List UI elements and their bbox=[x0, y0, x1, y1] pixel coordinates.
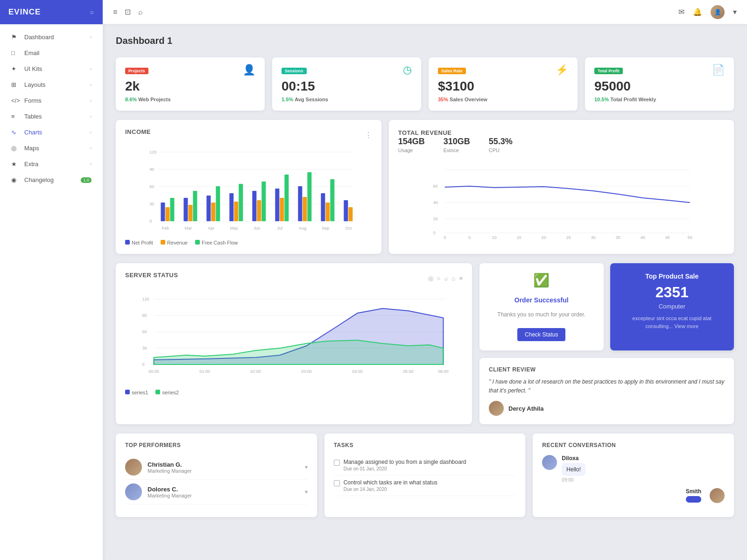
profit-subtext: Total Profit Weekly bbox=[610, 97, 656, 102]
series1-label: series1 bbox=[132, 390, 148, 395]
server-status-title: SERVER STATUS bbox=[125, 272, 178, 279]
search-icon[interactable]: ⌕ bbox=[138, 8, 143, 16]
svg-text:120: 120 bbox=[142, 297, 149, 301]
sidebar-item-changelog[interactable]: ◉ Changelog 1.0 bbox=[3, 172, 100, 188]
sidebar-toggle-icon[interactable]: ○ bbox=[90, 8, 94, 16]
performer-name: Christian G. bbox=[148, 461, 192, 468]
reviewer: Dercy Athila bbox=[489, 401, 725, 416]
svg-rect-29 bbox=[303, 197, 307, 221]
conv-avatar bbox=[542, 455, 557, 470]
sidebar-header: EVINCE ○ bbox=[0, 0, 103, 24]
order-card: ✅ Order Successful Thanks you so much fo… bbox=[479, 263, 604, 350]
performer-arrow[interactable]: ▾ bbox=[305, 489, 308, 495]
chevron-icon: ‹ bbox=[90, 35, 92, 40]
top-product-category: Computer bbox=[620, 303, 725, 310]
sidebar-item-charts[interactable]: ∿ Charts ‹ bbox=[3, 125, 100, 140]
menu-dots-icon[interactable]: ≡ bbox=[459, 275, 463, 282]
mail-icon[interactable]: ✉ bbox=[678, 7, 684, 16]
check-status-button[interactable]: Check Status bbox=[517, 328, 565, 341]
chevron-icon: ‹ bbox=[90, 146, 92, 151]
sidebar-item-extra[interactable]: ★ Extra ‹ bbox=[3, 156, 100, 172]
svg-text:120: 120 bbox=[149, 150, 156, 154]
series2-label: series2 bbox=[162, 390, 178, 395]
sidebar-item-tables[interactable]: ≡ Tables ‹ bbox=[3, 109, 100, 124]
svg-rect-15 bbox=[193, 191, 197, 221]
svg-rect-35 bbox=[348, 207, 352, 221]
svg-text:May: May bbox=[230, 226, 239, 231]
profit-badge: Total Profit bbox=[594, 68, 623, 74]
task-checkbox[interactable] bbox=[334, 480, 340, 486]
revenue-dot bbox=[161, 240, 165, 245]
svg-text:Feb: Feb bbox=[162, 226, 169, 231]
target-icon[interactable]: ◎ bbox=[428, 275, 433, 282]
svg-text:0: 0 bbox=[444, 235, 446, 240]
conv-avatar-right bbox=[710, 488, 725, 503]
user-dropdown-icon[interactable]: ▾ bbox=[733, 7, 737, 16]
svg-rect-24 bbox=[261, 182, 266, 221]
reviewer-avatar bbox=[489, 401, 504, 416]
stat-cards-row: Projects 👤 2k 8.6% Web Projects Sessions… bbox=[116, 57, 734, 111]
topbar-left-icons: ≡ ⊡ ⌕ bbox=[113, 7, 143, 16]
svg-rect-34 bbox=[344, 200, 348, 221]
conv-name: Smith bbox=[686, 488, 701, 495]
expand-icon[interactable]: ⊡ bbox=[125, 7, 131, 16]
tables-icon: ≡ bbox=[11, 113, 20, 120]
chevron-icon: ‹ bbox=[90, 161, 92, 167]
profit-sub: 10.5% Total Profit Weekly bbox=[594, 97, 725, 102]
sidebar-item-uikits[interactable]: ✦ UI Kits ‹ bbox=[3, 61, 100, 77]
svg-text:60: 60 bbox=[149, 184, 154, 189]
sales-subtext: Sales Overview bbox=[450, 97, 487, 102]
user-avatar[interactable]: 👤 bbox=[711, 5, 725, 19]
svg-rect-30 bbox=[307, 172, 311, 221]
menu-icon[interactable]: ≡ bbox=[113, 8, 117, 16]
projects-icon: 👤 bbox=[243, 64, 255, 76]
performer-avatar bbox=[125, 483, 142, 500]
topbar-right: ✉ 🔔 👤 ▾ bbox=[678, 5, 737, 19]
income-bar-chart: 120 90 60 30 0 bbox=[125, 147, 372, 235]
dashboard-icon: ⚑ bbox=[11, 34, 20, 41]
sidebar-item-dashboard[interactable]: ⚑ Dashboard ‹ bbox=[3, 29, 100, 45]
task-checkbox[interactable] bbox=[334, 460, 340, 466]
sales-sub: 35% Sales Overview bbox=[438, 97, 568, 102]
bell-icon[interactable]: 🔔 bbox=[693, 7, 702, 16]
projects-subtext: Web Projects bbox=[138, 97, 171, 102]
stat-card-sales: Sales Rate ⚡ $3100 35% Sales Overview bbox=[429, 57, 578, 111]
sidebar-item-maps[interactable]: ◎ Maps ‹ bbox=[3, 140, 100, 156]
zoom-icon[interactable]: ⌕ bbox=[444, 275, 448, 282]
conv-name: Diloxa bbox=[562, 455, 585, 462]
changelog-badge: 1.0 bbox=[81, 177, 92, 183]
conversation-item: Smith bbox=[542, 488, 725, 503]
top-product-card: Top Product Sale 2351 Computer excepteur… bbox=[610, 263, 734, 350]
svg-rect-31 bbox=[321, 193, 325, 221]
sessions-value: 00:15 bbox=[282, 79, 412, 94]
svg-text:Aug: Aug bbox=[299, 226, 306, 231]
top-product-title: Top Product Sale bbox=[620, 273, 725, 280]
sidebar-item-layouts[interactable]: ⊞ Layouts ‹ bbox=[3, 77, 100, 92]
home-icon[interactable]: ⌂ bbox=[452, 275, 456, 282]
sidebar-item-label: UI Kits bbox=[24, 65, 42, 72]
svg-rect-14 bbox=[188, 205, 192, 221]
sidebar-item-forms[interactable]: </> Forms ‹ bbox=[3, 93, 100, 108]
svg-text:30: 30 bbox=[149, 202, 154, 206]
performer-arrow[interactable]: ▾ bbox=[305, 464, 308, 470]
usage-value: 154GB bbox=[398, 137, 425, 147]
sessions-sub: 1.5% Avg Sessions bbox=[282, 97, 412, 102]
legend-revenue: Revenue bbox=[167, 240, 188, 245]
svg-rect-28 bbox=[298, 186, 302, 221]
content-area: Dashboard 1 Projects 👤 2k 8.6% Web Proje… bbox=[103, 24, 747, 560]
svg-rect-33 bbox=[330, 179, 334, 221]
charts-row: INCOME ⋮ 120 90 60 30 0 bbox=[116, 120, 734, 254]
sidebar: EVINCE ○ ⚑ Dashboard ‹ □ Email ✦ UI Kits… bbox=[0, 0, 103, 560]
sidebar-item-email[interactable]: □ Email bbox=[3, 45, 100, 61]
svg-text:50: 50 bbox=[687, 235, 692, 240]
profit-icon: 📄 bbox=[712, 64, 725, 76]
changelog-icon: ◉ bbox=[11, 176, 20, 183]
server-status-card: SERVER STATUS ◎ ○ ⌕ ⌂ ≡ bbox=[116, 263, 472, 424]
svg-rect-16 bbox=[206, 196, 211, 221]
evince-stat: 310GB Evince bbox=[444, 137, 470, 153]
top-product-desc: excepteur sint occa ecat cupid atat cons… bbox=[620, 315, 725, 330]
svg-rect-18 bbox=[216, 186, 220, 221]
circle-icon[interactable]: ○ bbox=[437, 275, 441, 282]
income-chart-menu-icon[interactable]: ⋮ bbox=[365, 131, 372, 140]
performer-item: Christian G. Marketing Manager ▾ bbox=[125, 455, 308, 480]
